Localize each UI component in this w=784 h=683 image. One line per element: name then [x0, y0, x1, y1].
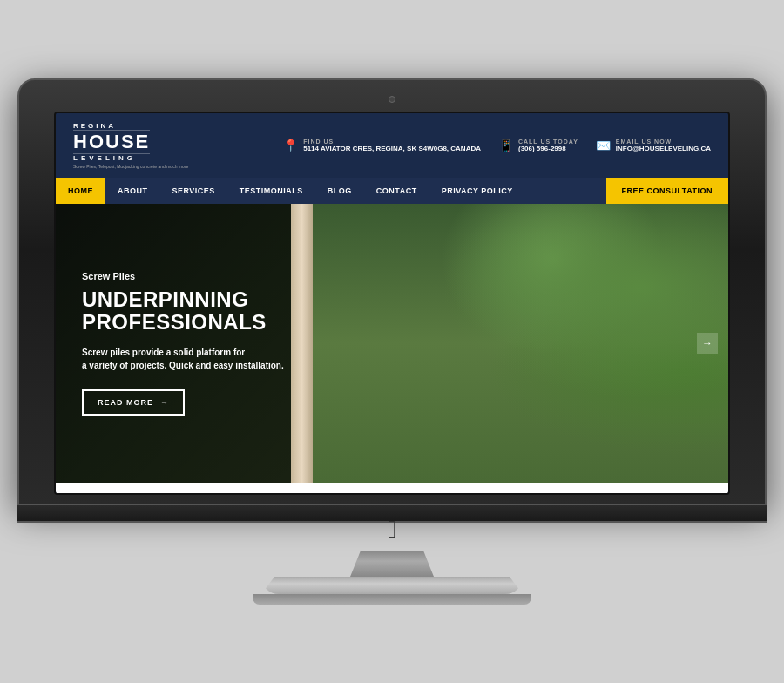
hero-next-arrow[interactable]: →: [697, 333, 718, 354]
contact-email: ✉️ EMAIL US NOW INFO@HOUSELEVELING.CA: [596, 139, 711, 152]
call-label: CALL US TODAY: [518, 139, 578, 145]
hero-desc-line2: a variety of projects. Quick and easy in…: [82, 361, 284, 370]
email-value: INFO@HOUSELEVELING.CA: [616, 145, 711, 152]
header-contacts: 📍 FIND US 5114 AVIATOR CRES, REGINA, SK …: [283, 139, 711, 152]
email-icon: ✉️: [596, 139, 611, 152]
nav-blog[interactable]: BLOG: [315, 178, 364, 204]
nav-privacy[interactable]: PRIVACY POLICY: [429, 178, 525, 204]
email-label: EMAIL US NOW: [616, 139, 711, 145]
hero-content: Screw Piles UNDERPINNING PROFESSIONALS S…: [56, 245, 422, 443]
camera-dot: [389, 96, 395, 103]
find-us-label: FIND US: [303, 139, 481, 145]
site-header: REGINA HOUSE LEVELING Screw Piles, Telep…: [56, 113, 728, 178]
nav-items: HOME ABOUT SERVICES TESTIMONIALS BLOG CO…: [56, 178, 728, 204]
screen: REGINA HOUSE LEVELING Screw Piles, Telep…: [54, 112, 730, 495]
stand-base: [261, 577, 523, 594]
logo-area: REGINA HOUSE LEVELING Screw Piles, Telep…: [73, 122, 188, 169]
nav-home[interactable]: HOME: [56, 178, 105, 204]
stand-base-bottom: [253, 594, 531, 605]
bottom-bar: [56, 483, 728, 493]
location-icon: 📍: [283, 139, 298, 152]
nav-contact[interactable]: CONTACT: [364, 178, 429, 204]
hero-subtitle: Screw Piles: [82, 271, 395, 281]
logo-house: HOUSE: [73, 130, 150, 154]
apple-logo-icon: : [388, 516, 396, 544]
hero-title: UNDERPINNING PROFESSIONALS: [82, 288, 395, 335]
find-us-value: 5114 AVIATOR CRES, REGINA, SK S4W0G8, CA…: [303, 145, 481, 152]
call-value: (306) 596-2998: [518, 145, 578, 152]
hero-section: Screw Piles UNDERPINNING PROFESSIONALS S…: [56, 204, 728, 483]
nav-cta-button[interactable]: FREE CONSULTATION: [606, 178, 729, 204]
site-nav: HOME ABOUT SERVICES TESTIMONIALS BLOG CO…: [56, 178, 728, 204]
logo-regina: REGINA: [73, 122, 116, 130]
logo-leveling: LEVELING: [73, 154, 136, 162]
stand-neck: [340, 551, 444, 577]
contact-phone: 📱 CALL US TODAY (306) 596-2998: [498, 139, 578, 152]
contact-location: 📍 FIND US 5114 AVIATOR CRES, REGINA, SK …: [283, 139, 481, 152]
nav-about[interactable]: ABOUT: [105, 178, 160, 204]
nav-testimonials[interactable]: TESTIMONIALS: [227, 178, 315, 204]
nav-services[interactable]: SERVICES: [160, 178, 227, 204]
logo-tagline: Screw Piles, Telepost, Mudjacking concre…: [73, 164, 188, 169]
hero-description: Screw piles provide a solid platform for…: [82, 346, 395, 372]
monitor-frame: REGINA HOUSE LEVELING Screw Piles, Telep…: [17, 78, 767, 505]
hero-desc-line1: Screw piles provide a solid platform for: [82, 348, 245, 357]
hero-btn-label: READ MORE: [98, 398, 153, 407]
monitor-wrapper: REGINA HOUSE LEVELING Screw Piles, Telep…: [17, 78, 767, 605]
hero-read-more-button[interactable]: READ MORE →: [82, 389, 185, 416]
phone-icon: 📱: [498, 139, 513, 152]
hero-btn-arrow: →: [160, 398, 169, 407]
